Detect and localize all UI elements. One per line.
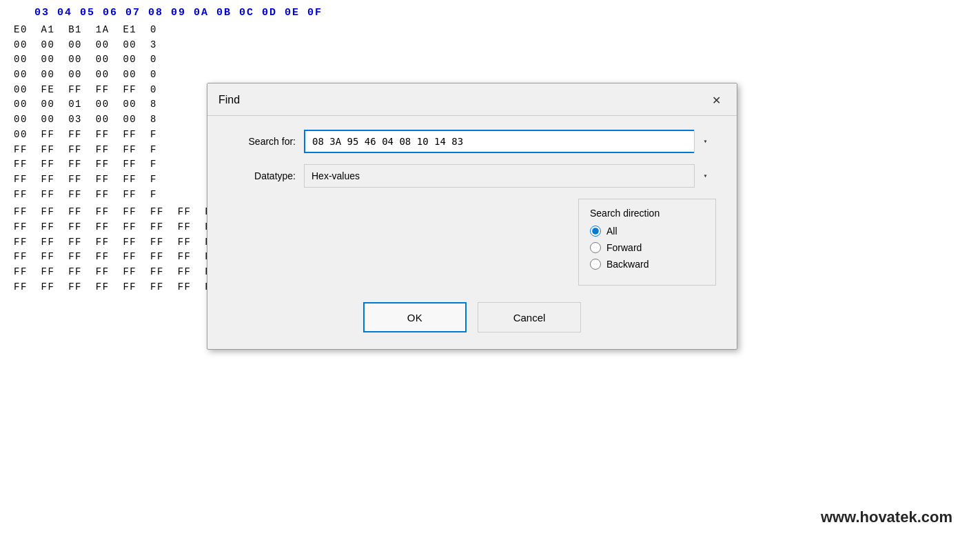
direction-all-radio[interactable] <box>590 226 601 237</box>
direction-backward-label: Backward <box>606 259 649 270</box>
watermark: www.hovatek.com <box>821 508 952 526</box>
search-dropdown-arrow[interactable]: ▾ <box>694 130 716 153</box>
find-dialog: Find ✕ Search for: ▾ Datatype: Hex-value… <box>207 83 737 350</box>
search-direction-box: Search direction All Forward Backward <box>578 199 716 286</box>
search-for-label: Search for: <box>228 136 304 147</box>
direction-title: Search direction <box>590 208 702 219</box>
direction-forward-label: Forward <box>606 242 642 253</box>
search-for-row: Search for: ▾ <box>228 130 716 153</box>
search-input-wrapper: ▾ <box>304 130 716 153</box>
dialog-buttons: OK Cancel <box>228 302 716 332</box>
search-input[interactable] <box>304 130 716 153</box>
direction-all-label: All <box>606 226 617 237</box>
datatype-label: Datatype: <box>228 170 304 181</box>
dialog-titlebar: Find ✕ <box>207 83 737 116</box>
dialog-title: Find <box>218 94 240 106</box>
datatype-select-wrapper: Hex-values Text string Decimal ▾ <box>304 164 716 188</box>
search-direction-section: Search direction All Forward Backward <box>228 199 716 286</box>
cancel-button[interactable]: Cancel <box>478 302 581 332</box>
direction-forward-radio[interactable] <box>590 242 601 253</box>
direction-backward-radio[interactable] <box>590 259 601 270</box>
close-button[interactable]: ✕ <box>706 90 726 110</box>
ok-button[interactable]: OK <box>363 302 467 332</box>
direction-all-row: All <box>590 226 702 237</box>
datatype-select[interactable]: Hex-values Text string Decimal <box>304 164 716 188</box>
dialog-body: Search for: ▾ Datatype: Hex-values Text … <box>207 116 737 349</box>
datatype-row: Datatype: Hex-values Text string Decimal… <box>228 164 716 188</box>
direction-forward-row: Forward <box>590 242 702 253</box>
direction-backward-row: Backward <box>590 259 702 270</box>
